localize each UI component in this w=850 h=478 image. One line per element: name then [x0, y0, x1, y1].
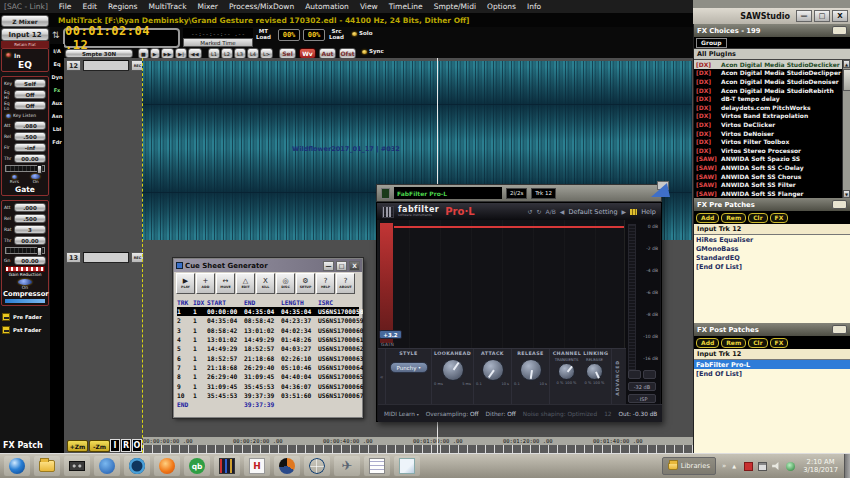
taskbar-chevron[interactable]: » [722, 462, 726, 470]
preset-prev-button[interactable]: ◀ [560, 208, 565, 215]
plugin-list-item[interactable]: [SAW] ANWIDA Soft SS C-Delay [694, 163, 842, 172]
undo-icon[interactable]: ↺ [528, 208, 533, 215]
gate-thr-value[interactable]: 00.00 [14, 154, 46, 163]
cue-toolbar-button[interactable]: ◎ DISC [276, 273, 295, 294]
cue-table-row[interactable]: 2104:35:0408:58:4204:23:37US6NS1700059 [177, 316, 359, 325]
gate-on-button[interactable]: On [31, 174, 40, 184]
plugin-list-item[interactable]: [DX] Acon Digital Media StudioDeclicker [694, 60, 842, 69]
taskbar-app-mixer[interactable] [214, 456, 240, 476]
cue-title-bar[interactable]: Cue Sheet Generator — □ X [174, 259, 362, 272]
action-center-icon[interactable] [744, 462, 753, 471]
preset-browser-icon[interactable] [630, 209, 637, 215]
help-menu[interactable]: Help [641, 208, 656, 216]
solo-indicator[interactable]: Solo [352, 31, 372, 37]
view-tab[interactable]: Dyn [50, 70, 64, 83]
updown-arrows-icon[interactable]: ⇅ [52, 30, 60, 40]
taskbar-app-xplane[interactable]: ✈ [334, 456, 360, 476]
menu-item[interactable]: Process/MixDown [229, 2, 294, 11]
scroll-down-button[interactable]: ▼ [843, 190, 850, 198]
patch-list-item[interactable]: FabFilter Pro-L [694, 360, 850, 369]
scroll-thumb[interactable] [843, 69, 850, 91]
smpte-format-select[interactable]: Smpte 30N [65, 49, 133, 58]
cue-table-row[interactable]: 10135:45:5339:37:3903:51:60US6NS1700067 [177, 391, 359, 400]
view-tab[interactable]: Lbl [50, 122, 64, 135]
retain-flat-label[interactable]: Retain Flat [1, 41, 49, 48]
menu-item[interactable]: Edit [82, 2, 97, 11]
patch-list-item[interactable]: [End Of List] [694, 369, 850, 378]
level-display[interactable]: +3.2 GAIN [378, 220, 626, 348]
z-mixer-button[interactable]: Z Mixer [1, 15, 49, 27]
isp-button[interactable]: · ISP [628, 394, 656, 403]
group-button[interactable]: Group [696, 38, 727, 48]
cue-toolbar-button[interactable]: ⚙ SETUP [296, 273, 315, 294]
ab-compare-button[interactable]: A/B [546, 208, 556, 215]
gate-label[interactable]: Gate [3, 185, 47, 194]
channel-name[interactable]: Input 12 [1, 28, 49, 41]
patch-button[interactable]: FX [770, 338, 789, 348]
comp-threshold-slider[interactable] [5, 247, 45, 254]
taskbar-app-notes[interactable] [394, 456, 420, 476]
cue-table-row[interactable]: 7121:18:6826:29:4005:10:46US6NS1700064 [177, 363, 359, 372]
gate-att-value[interactable]: .080 [14, 121, 46, 130]
patch-list-item[interactable]: GMonoBass [694, 244, 850, 253]
track-number[interactable]: 12 [66, 60, 81, 71]
plugin-list-item[interactable]: [DX] Virtos DeClicker [694, 120, 842, 129]
plugin-list-item[interactable]: [DX] Acon Digital Media StudioDenoiser [694, 77, 842, 86]
comp-att-value[interactable]: .000 [14, 203, 46, 212]
zoom-out-button[interactable]: -Zm [89, 440, 110, 452]
midi-learn-button[interactable]: MIDI Learn ▾ [384, 411, 419, 417]
comp-gn-value[interactable]: 00.00 [14, 256, 46, 265]
eq-label[interactable]: EQ [3, 60, 47, 70]
key-listen-led[interactable] [6, 114, 11, 118]
meter-option-button[interactable] [643, 370, 656, 379]
style-dropdown[interactable]: Punchy▾ [390, 362, 428, 373]
fx-post-title-bar[interactable]: FX Post Patches [694, 323, 850, 336]
plugin-list-item[interactable]: [DX] Virtos Band Extrapolation [694, 112, 842, 121]
taskbar-clock[interactable]: 2:10 AM 3/18/2017 [803, 458, 838, 475]
menu-item[interactable]: Options [487, 2, 516, 11]
cue-toolbar-button[interactable]: △ EDIT [236, 273, 255, 294]
cue-toolbar-button[interactable]: ? HELP [316, 273, 335, 294]
patch-list-item[interactable]: HiRes Equaliser [694, 235, 850, 244]
patch-button[interactable]: Add [696, 213, 719, 223]
plugin-list-item[interactable]: [DX] Virtos DeNoiser [694, 129, 842, 138]
slider-thumb[interactable] [37, 165, 42, 174]
collapse-panel-icon[interactable]: « [378, 349, 386, 404]
taskbar-app-explorer[interactable] [34, 456, 60, 476]
iro-mode-button[interactable]: O [132, 439, 142, 452]
attack-knob[interactable] [482, 359, 504, 381]
menu-item[interactable]: Automation [305, 2, 349, 11]
preset-next-button[interactable]: ▶ [622, 208, 627, 215]
track-name-field[interactable] [83, 252, 129, 263]
patch-button[interactable]: Clr [748, 338, 767, 348]
track-number[interactable]: 13 [66, 252, 81, 263]
menu-item[interactable]: Mixer [197, 2, 217, 11]
minimize-button[interactable]: — [323, 261, 334, 271]
green-tray-icon[interactable] [786, 462, 795, 471]
cue-toolbar-button[interactable]: + ADD [196, 273, 215, 294]
fx-pre-title-bar[interactable]: FX Pre Patches [694, 198, 850, 211]
taskbar-app-thunderbird[interactable] [94, 456, 120, 476]
libraries-taskbar-button[interactable]: Libraries [662, 457, 716, 475]
plugin-list-item[interactable]: [SAW] ANWIDA Soft Spazio SS [694, 155, 842, 164]
comp-on-button[interactable]: On [3, 279, 47, 290]
taskbar-app-mail[interactable]: H [244, 456, 270, 476]
eq-hi-select[interactable]: Off [14, 90, 46, 99]
noise-shaping-control[interactable]: Noise shaping: Optimized [523, 411, 597, 417]
cue-toolbar-button[interactable]: ? ABOUT [336, 273, 355, 294]
taskbar-app-firefox[interactable] [154, 456, 180, 476]
gain-slider-rail[interactable] [380, 223, 393, 343]
patch-button[interactable]: Rem [721, 338, 746, 348]
sync-indicator[interactable]: Sync [362, 49, 384, 55]
cue-table-row[interactable]: 5114:49:2918:52:5704:03:27US6NS1700062 [177, 344, 359, 353]
output-gain-readout[interactable]: Out: -0.30 dB [619, 411, 658, 417]
pre-fader-button[interactable]: Pre Fader [1, 310, 49, 323]
show-hidden-icons[interactable]: ▲ [732, 463, 736, 469]
minimize-button[interactable]: — [796, 10, 812, 22]
menu-item[interactable]: File [59, 2, 72, 11]
patch-button[interactable]: FX [770, 213, 789, 223]
plugin-list-item[interactable]: [SAW] ANWIDA Soft SS Chorus [694, 172, 842, 181]
release-knob[interactable] [520, 359, 542, 381]
start-button[interactable] [4, 456, 30, 476]
plugin-list-item[interactable]: [DX] Virtos Filter Toolbox [694, 137, 842, 146]
